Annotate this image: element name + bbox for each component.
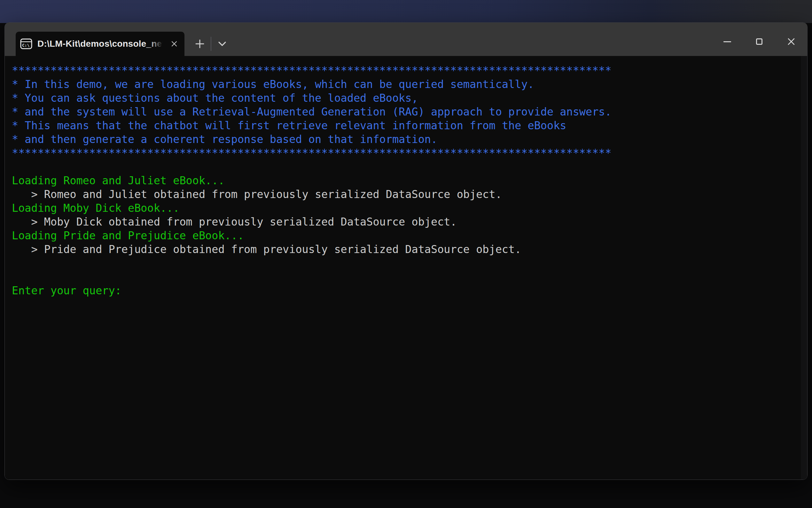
tab-bar: C:\ D:\LM-Kit\demos\console_net bbox=[5, 23, 807, 56]
close-icon bbox=[787, 37, 796, 46]
plus-icon bbox=[195, 39, 205, 49]
terminal-line: * In this demo, we are loading various e… bbox=[12, 77, 807, 91]
desktop: C:\ D:\LM-Kit\demos\console_net bbox=[0, 0, 812, 508]
terminal-line: Loading Pride and Prejudice eBook... bbox=[12, 229, 807, 243]
tab-console[interactable]: C:\ D:\LM-Kit\demos\console_net bbox=[16, 32, 185, 56]
minimize-button[interactable] bbox=[711, 23, 743, 56]
svg-text:C:\: C:\ bbox=[22, 43, 30, 48]
terminal-line: > Romeo and Juliet obtained from previou… bbox=[12, 187, 807, 201]
tabbar-separator bbox=[211, 37, 211, 51]
terminal-line: Enter your query: bbox=[12, 284, 807, 297]
terminal-content[interactable]: ****************************************… bbox=[5, 56, 807, 479]
terminal-line: > Pride and Prejudice obtained from prev… bbox=[12, 243, 807, 256]
window-controls bbox=[711, 23, 807, 56]
terminal-line bbox=[12, 270, 807, 284]
close-button[interactable] bbox=[775, 23, 807, 56]
terminal-output: ****************************************… bbox=[12, 64, 807, 297]
terminal-line: ****************************************… bbox=[12, 64, 807, 77]
chevron-down-icon bbox=[218, 41, 227, 47]
terminal-line: ****************************************… bbox=[12, 146, 807, 160]
scrollbar[interactable] bbox=[801, 56, 807, 479]
cmd-window-icon: C:\ bbox=[20, 38, 32, 49]
terminal-line bbox=[12, 160, 807, 174]
maximize-icon bbox=[756, 38, 762, 45]
tab-title-wrap: D:\LM-Kit\demos\console_net bbox=[37, 37, 165, 50]
terminal-line: * You can ask questions about the conten… bbox=[12, 91, 807, 105]
minimize-icon bbox=[723, 41, 731, 42]
close-icon bbox=[171, 40, 178, 47]
new-tab-button[interactable] bbox=[191, 35, 209, 53]
tab-close-button[interactable] bbox=[168, 37, 181, 50]
tab-title: D:\LM-Kit\demos\console_net bbox=[37, 39, 165, 49]
maximize-button[interactable] bbox=[743, 23, 775, 56]
terminal-line bbox=[12, 256, 807, 270]
tabbar-actions bbox=[185, 32, 231, 56]
tab-title-fade bbox=[149, 37, 165, 50]
terminal-line: Loading Romeo and Juliet eBook... bbox=[12, 174, 807, 187]
desktop-wallpaper bbox=[0, 0, 812, 23]
terminal-window: C:\ D:\LM-Kit\demos\console_net bbox=[4, 23, 808, 480]
terminal-line: Loading Moby Dick eBook... bbox=[12, 201, 807, 215]
terminal-line: * and then generate a coherent response … bbox=[12, 132, 807, 146]
terminal-line: > Moby Dick obtained from previously ser… bbox=[12, 215, 807, 229]
terminal-line: * This means that the chatbot will first… bbox=[12, 119, 807, 132]
tab-dropdown-button[interactable] bbox=[213, 35, 231, 53]
terminal-line: * and the system will use a Retrieval-Au… bbox=[12, 105, 807, 119]
